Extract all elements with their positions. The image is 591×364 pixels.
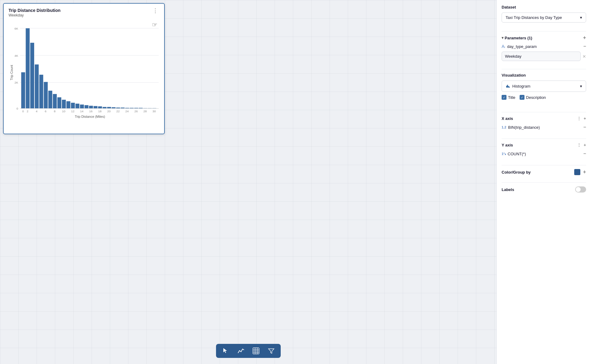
x-axis-field-type: 1.2 [502, 125, 506, 129]
y-axis-header: Y axis ⋮ + [502, 142, 586, 147]
dataset-dropdown[interactable]: Taxi Trip Distances by Day Type ▾ [502, 13, 586, 23]
checkbox-row: ✓ Title ✓ Description [502, 95, 586, 100]
parameters-title-text: Parameters (1) [505, 36, 532, 40]
svg-text:10: 10 [62, 110, 65, 113]
parameters-title: ▾ Parameters (1) [502, 36, 532, 40]
parameters-chevron-icon: ▾ [502, 36, 503, 40]
svg-marker-64 [508, 86, 509, 88]
color-group-actions: + [574, 169, 586, 175]
svg-text:6: 6 [45, 110, 47, 113]
param-clear-button[interactable]: ✕ [582, 54, 586, 59]
labels-toggle-knob [576, 187, 581, 192]
param-remove-button[interactable]: − [583, 44, 586, 49]
svg-marker-62 [506, 86, 507, 88]
x-axis-more-button[interactable]: ⋮ [577, 116, 581, 121]
cursor-tool-button[interactable] [221, 346, 230, 355]
svg-text:22: 22 [116, 110, 120, 113]
svg-rect-16 [53, 94, 57, 108]
param-value-input[interactable] [502, 52, 581, 61]
chart-tool-icon [237, 348, 244, 354]
svg-text:Trip Distance (Miles): Trip Distance (Miles) [75, 115, 105, 118]
histogram-icon [506, 83, 510, 89]
visualization-type-dropdown[interactable]: Histogram ▾ [502, 81, 586, 92]
svg-text:0: 0 [22, 110, 24, 113]
vis-type-label-group: Histogram [506, 83, 530, 89]
chart-area: ☞ Trip Count 6K 4K 2K 0 [9, 19, 159, 123]
dataset-section: Dataset Taxi Trip Distances by Day Type … [502, 5, 586, 23]
svg-text:30: 30 [153, 110, 156, 113]
vis-dropdown-icon: ▾ [580, 84, 582, 88]
svg-text:6K: 6K [15, 27, 18, 30]
svg-text:4K: 4K [15, 54, 18, 57]
svg-rect-17 [57, 97, 61, 109]
x-axis-add-button[interactable]: + [584, 116, 586, 121]
param-value-row: ✕ [502, 52, 586, 61]
svg-text:24: 24 [125, 110, 129, 113]
divider-1 [502, 31, 586, 31]
y-axis-remove-button[interactable]: − [583, 151, 586, 157]
svg-text:12: 12 [71, 110, 74, 113]
svg-rect-57 [253, 348, 259, 354]
svg-rect-21 [75, 104, 79, 109]
svg-rect-27 [103, 107, 106, 109]
parameters-add-button[interactable]: + [583, 35, 586, 41]
visualization-section-title: Visualization [502, 73, 586, 77]
chart-tool-button[interactable] [236, 346, 245, 355]
x-axis-header: X axis ⋮ + [502, 116, 586, 121]
svg-text:28: 28 [143, 110, 147, 113]
color-group-add-button[interactable]: + [583, 169, 586, 175]
title-checkbox-label: Title [508, 95, 515, 100]
y-axis-field-type: 1²₃ [502, 152, 506, 156]
chart-title: Trip Distance Distribution [9, 8, 60, 13]
svg-marker-65 [509, 87, 510, 88]
svg-rect-14 [44, 82, 48, 109]
labels-title: Labels [502, 187, 514, 192]
color-group-title: Color/Group by [502, 170, 531, 175]
right-panel: Dataset Taxi Trip Distances by Day Type … [496, 0, 591, 364]
chart-card-header: Trip Distance Distribution Weekday ⋮ [9, 8, 159, 17]
title-checkbox[interactable]: ✓ [502, 95, 506, 100]
svg-rect-13 [39, 75, 43, 109]
chart-subtitle: Weekday [9, 13, 60, 17]
dataset-value: Taxi Trip Distances by Day Type [506, 15, 562, 20]
svg-text:4: 4 [36, 110, 38, 113]
labels-toggle[interactable] [575, 186, 586, 193]
x-axis-field-row: 1.2 BIN(trip_distance) − [502, 123, 586, 131]
parameters-section: ▾ Parameters (1) + Aᵢ day_type_param − ✕ [502, 35, 586, 65]
x-axis-remove-button[interactable]: − [583, 124, 586, 130]
param-row: Aᵢ day_type_param − [502, 44, 586, 49]
y-axis-actions: ⋮ + [577, 142, 586, 147]
svg-rect-10 [26, 28, 30, 109]
main-canvas: Trip Distance Distribution Weekday ⋮ ☞ T… [0, 0, 496, 364]
chart-titles: Trip Distance Distribution Weekday [9, 8, 60, 17]
divider-3 [502, 112, 586, 112]
y-axis-add-button[interactable]: + [584, 142, 586, 147]
dataset-section-title: Dataset [502, 5, 586, 9]
table-tool-icon [253, 348, 259, 354]
filter-tool-button[interactable] [267, 346, 276, 355]
y-axis-more-button[interactable]: ⋮ [577, 142, 581, 147]
table-tool-button[interactable] [251, 346, 261, 355]
visualization-type-text: Histogram [512, 84, 530, 88]
svg-rect-25 [94, 106, 98, 109]
parameters-header: ▾ Parameters (1) + [502, 35, 586, 41]
svg-rect-15 [48, 91, 52, 108]
svg-rect-11 [30, 43, 34, 108]
color-swatch[interactable] [574, 169, 580, 175]
svg-rect-22 [80, 105, 84, 109]
svg-text:18: 18 [98, 110, 102, 113]
svg-rect-26 [98, 106, 102, 109]
x-axis-section: X axis ⋮ + 1.2 BIN(trip_distance) − [502, 116, 586, 131]
bottom-toolbar [216, 344, 281, 358]
description-checkbox[interactable]: ✓ [520, 95, 524, 100]
param-name: Aᵢ day_type_param [502, 44, 537, 49]
chart-menu-button[interactable]: ⋮ [151, 8, 159, 13]
svg-rect-19 [67, 101, 70, 109]
svg-marker-63 [507, 85, 508, 88]
svg-rect-29 [112, 107, 116, 109]
x-axis-field-label: BIN(trip_distance) [508, 125, 540, 130]
divider-6 [502, 182, 586, 183]
svg-rect-28 [107, 107, 111, 109]
filter-tool-icon [268, 348, 275, 354]
svg-rect-23 [85, 105, 88, 109]
